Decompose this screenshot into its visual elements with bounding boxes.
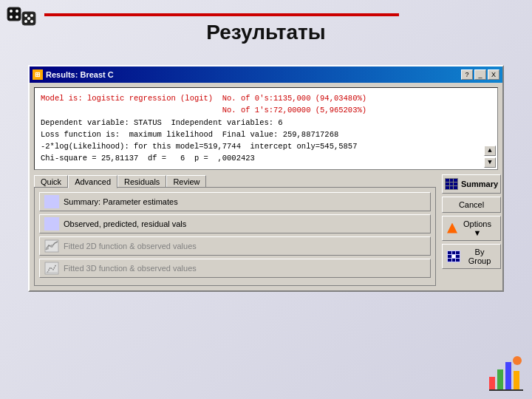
- svg-point-7: [30, 14, 33, 17]
- output-scrollbar: ▲ ▼: [484, 146, 496, 168]
- results-window: ⊞ Results: Breast C ? _ X Model is: logi…: [28, 65, 504, 292]
- options-button-label: Options ▼: [459, 219, 496, 237]
- summary-button-icon: [445, 178, 458, 190]
- by-group-icon: [447, 250, 460, 262]
- svg-point-18: [46, 247, 49, 250]
- svg-rect-13: [505, 362, 511, 390]
- minimize-button[interactable]: _: [474, 69, 486, 80]
- svg-point-2: [16, 10, 18, 13]
- tab-content: Summary: Parameter estimates Observed, p…: [34, 187, 436, 286]
- close-button[interactable]: X: [488, 69, 499, 80]
- title-bar-controls: ? _ X: [461, 69, 499, 80]
- fitted-3d-button[interactable]: Fitted 3D function & observed values: [39, 259, 431, 278]
- title-bar-text: ⊞ Results: Breast C: [33, 69, 114, 80]
- observed-predicted-icon: [44, 217, 59, 231]
- svg-point-19: [50, 245, 53, 248]
- output-line-5: Chi-square = 25,81137 df = 6 p = ,000242…: [41, 152, 491, 164]
- top-accent-line: [44, 13, 399, 16]
- fitted-2d-button[interactable]: Fitted 2D function & observed values: [39, 236, 431, 256]
- options-button[interactable]: Options ▼: [442, 216, 501, 241]
- cancel-button[interactable]: Cancel: [442, 197, 501, 213]
- svg-point-16: [513, 356, 522, 365]
- output-line-1: No. of 1's:72,00000 (5,965203%): [41, 104, 491, 116]
- svg-point-4: [16, 16, 18, 18]
- output-line-3: Loss function is: maximum likelihood Fin…: [41, 129, 491, 140]
- right-panel: Summary Cancel Options ▼ By Group: [436, 174, 498, 286]
- by-group-button-label: By Group: [463, 248, 496, 265]
- svg-point-3: [10, 16, 13, 18]
- svg-point-8: [27, 17, 30, 20]
- summary-button-label: Summary: [461, 180, 498, 188]
- svg-point-1: [10, 10, 13, 13]
- svg-rect-14: [514, 371, 519, 390]
- svg-rect-12: [497, 369, 503, 390]
- output-area: Model is: logistic regression (logit) No…: [34, 87, 498, 170]
- tab-advanced[interactable]: Advanced: [68, 175, 117, 188]
- svg-rect-11: [489, 377, 495, 390]
- output-line-2: Dependent variable: STATUS Independent v…: [41, 117, 491, 129]
- slide-title: Результаты: [0, 21, 532, 44]
- by-group-button[interactable]: By Group: [442, 244, 501, 269]
- output-line-4: -2*log(Likelihood): for this model=519,7…: [41, 140, 491, 152]
- tab-bar: Quick Advanced Residuals Review: [34, 174, 436, 188]
- svg-point-6: [24, 14, 27, 17]
- fitted-2d-label: Fitted 2D function & observed values: [64, 242, 197, 250]
- options-icon: [447, 223, 457, 233]
- svg-rect-0: [7, 7, 21, 21]
- summary-params-label: Summary: Parameter estimates: [64, 197, 178, 206]
- fitted-3d-label: Fitted 3D function & observed values: [64, 264, 197, 273]
- observed-predicted-button[interactable]: Observed, predicted, residual vals: [39, 214, 431, 233]
- output-line-0: Model is: logistic regression (logit) No…: [41, 92, 491, 104]
- window-icon: ⊞: [33, 69, 43, 80]
- cancel-button-label: Cancel: [459, 200, 484, 209]
- scroll-down-btn[interactable]: ▼: [484, 157, 496, 168]
- bottom-section: Quick Advanced Residuals Review Summary:…: [34, 174, 498, 286]
- scroll-up-btn[interactable]: ▲: [484, 146, 496, 156]
- observed-predicted-label: Observed, predicted, residual vals: [64, 219, 186, 228]
- fitted-3d-icon: [44, 262, 59, 275]
- left-panel: Quick Advanced Residuals Review Summary:…: [34, 174, 436, 286]
- summary-button[interactable]: Summary: [442, 174, 501, 194]
- summary-params-icon: [44, 195, 59, 208]
- fitted-2d-icon: [44, 239, 59, 253]
- title-bar: ⊞ Results: Breast C ? _ X: [30, 66, 502, 83]
- summary-params-button[interactable]: Summary: Parameter estimates: [39, 192, 431, 211]
- help-button[interactable]: ?: [461, 69, 473, 80]
- stats-icon: [488, 355, 525, 392]
